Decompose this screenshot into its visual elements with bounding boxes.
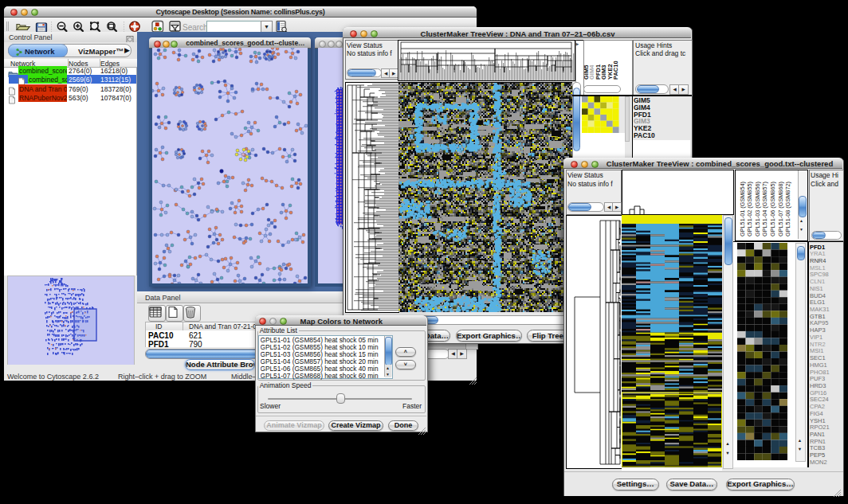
svg-text:GPL51-03 (GSM856): GPL51-03 (GSM856) (753, 182, 760, 236)
svg-text:GPL51-04 (GSM857): GPL51-04 (GSM857) (761, 182, 768, 236)
svg-text:GPL51-01 (GSM854): GPL51-01 (GSM854) (738, 182, 745, 236)
svg-text:PAC10: PAC10 (612, 61, 619, 80)
svg-text:GPL51-02 (GSM855): GPL51-02 (GSM855) (746, 182, 753, 236)
svg-text:GPL51-08 (GSM872): GPL51-08 (GSM872) (784, 182, 791, 236)
svg-text:GPL51-07 (GSM868): GPL51-07 (GSM868) (776, 182, 783, 236)
svg-text:GPL51-06 (GSM865): GPL51-06 (GSM865) (768, 182, 775, 236)
